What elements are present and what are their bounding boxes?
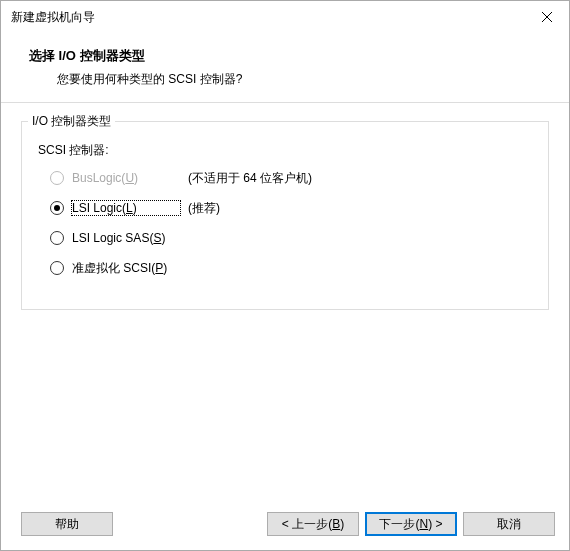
- radio-paravirtual-scsi-label: 准虚拟化 SCSI(P): [72, 260, 180, 277]
- next-button[interactable]: 下一步(N) >: [365, 512, 457, 536]
- option-lsi-logic-sas[interactable]: LSI Logic SAS(S): [50, 229, 534, 247]
- radio-lsi-logic-label: LSI Logic(L): [72, 201, 180, 215]
- page-title: 选择 I/O 控制器类型: [29, 47, 541, 65]
- wizard-footer: 帮助 < 上一步(B) 下一步(N) > 取消: [1, 502, 569, 550]
- wizard-header: 选择 I/O 控制器类型 您要使用何种类型的 SCSI 控制器?: [1, 33, 569, 103]
- window-title: 新建虚拟机向导: [11, 9, 525, 26]
- radio-lsi-logic-sas[interactable]: [50, 231, 64, 245]
- radio-paravirtual-scsi[interactable]: [50, 261, 64, 275]
- option-buslogic: BusLogic(U) (不适用于 64 位客户机): [50, 169, 534, 187]
- titlebar: 新建虚拟机向导: [1, 1, 569, 33]
- controller-type-group: I/O 控制器类型 SCSI 控制器: BusLogic(U) (不适用于 64…: [21, 121, 549, 310]
- close-button[interactable]: [525, 1, 569, 33]
- option-lsi-logic[interactable]: LSI Logic(L) (推荐): [50, 199, 534, 217]
- radio-lsi-logic[interactable]: [50, 201, 64, 215]
- option-paravirtual-scsi[interactable]: 准虚拟化 SCSI(P): [50, 259, 534, 277]
- scsi-controller-label: SCSI 控制器:: [38, 142, 534, 159]
- radio-buslogic-note: (不适用于 64 位客户机): [188, 170, 312, 187]
- cancel-button[interactable]: 取消: [463, 512, 555, 536]
- radio-lsi-logic-note: (推荐): [188, 200, 220, 217]
- close-icon: [542, 12, 552, 22]
- help-button[interactable]: 帮助: [21, 512, 113, 536]
- radio-buslogic-label: BusLogic(U): [72, 171, 180, 185]
- wizard-content: I/O 控制器类型 SCSI 控制器: BusLogic(U) (不适用于 64…: [1, 103, 569, 502]
- radio-lsi-logic-sas-label: LSI Logic SAS(S): [72, 231, 180, 245]
- page-subtitle: 您要使用何种类型的 SCSI 控制器?: [29, 71, 541, 88]
- group-legend: I/O 控制器类型: [28, 113, 115, 130]
- wizard-window: 新建虚拟机向导 选择 I/O 控制器类型 您要使用何种类型的 SCSI 控制器?…: [0, 0, 570, 551]
- radio-buslogic: [50, 171, 64, 185]
- back-button[interactable]: < 上一步(B): [267, 512, 359, 536]
